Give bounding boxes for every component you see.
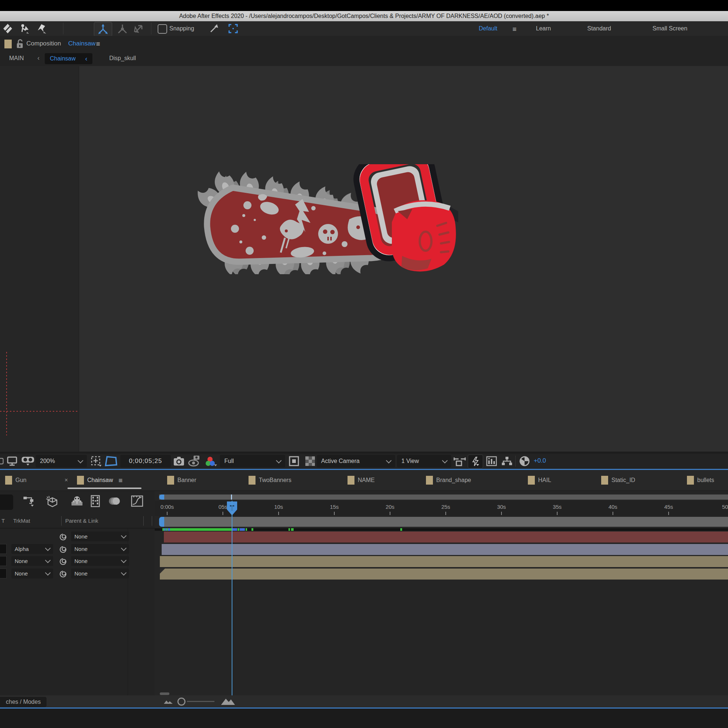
trkmat-dropdown[interactable]: None <box>11 556 53 566</box>
workspace-default[interactable]: Default <box>479 25 497 32</box>
work-area-start-handle[interactable] <box>159 517 164 527</box>
region-of-interest-icon[interactable] <box>103 455 119 467</box>
exposure-value[interactable]: +0.0 <box>534 457 546 465</box>
snapshot-icon[interactable] <box>172 456 185 466</box>
pick-whip-icon[interactable] <box>59 532 67 541</box>
snapping-checkbox[interactable] <box>158 24 167 34</box>
layer-bar[interactable] <box>160 556 728 567</box>
frame-blending-icon[interactable] <box>88 494 102 508</box>
column-divider[interactable] <box>61 516 61 526</box>
snap-bounds-icon[interactable] <box>226 23 240 34</box>
time-ruler[interactable]: 0:00s 05s 10s 15s 20s 25s 30s 35s 40s 45… <box>155 501 728 516</box>
column-divider[interactable] <box>152 516 152 526</box>
panel-menu-icon[interactable]: ≡ <box>96 40 100 47</box>
column-trkmat[interactable]: TrkMat <box>13 518 30 524</box>
layer-switch-box[interactable] <box>0 556 7 566</box>
layer-bar[interactable] <box>160 569 728 580</box>
comp-mini-flowchart-icon[interactable] <box>22 494 36 508</box>
parent-dropdown[interactable]: None <box>71 556 129 566</box>
ruler-label: 50 <box>722 504 728 510</box>
tab-hail[interactable]: HAIL <box>528 470 551 491</box>
composition-viewport[interactable] <box>0 66 728 452</box>
layer-switch-box[interactable] <box>0 544 7 554</box>
grid-guides-icon[interactable] <box>89 456 102 466</box>
pick-whip-icon[interactable] <box>59 570 67 578</box>
tab-twobanners[interactable]: TwoBanners <box>249 470 291 491</box>
zoom-out-icon[interactable] <box>164 699 173 704</box>
pick-whip-icon[interactable] <box>59 557 67 566</box>
puppet-pin-tool-button[interactable] <box>17 23 32 34</box>
column-t[interactable]: T <box>2 518 5 524</box>
show-snapshot-icon[interactable] <box>187 455 202 467</box>
zoom-in-icon[interactable] <box>221 697 236 705</box>
layer-bar[interactable] <box>162 544 728 555</box>
tab-gun[interactable]: Gun <box>5 470 26 491</box>
breadcrumb-root[interactable]: MAIN <box>9 55 24 61</box>
breadcrumb-current-box[interactable]: Chainsaw ‹ <box>45 53 92 64</box>
always-preview-icon[interactable] <box>6 456 18 466</box>
pixel-aspect-icon[interactable] <box>453 456 466 466</box>
snapping-label[interactable]: Snapping <box>169 25 194 32</box>
world-axis-mode-button[interactable] <box>115 22 130 36</box>
channel-show-icon[interactable] <box>205 456 218 466</box>
graph-editor-icon[interactable] <box>130 494 144 508</box>
workspace-menu-icon[interactable]: ≡ <box>512 26 517 33</box>
parent-dropdown[interactable]: None <box>71 544 129 554</box>
parent-dropdown[interactable]: None <box>71 532 129 541</box>
tab-menu-icon[interactable]: ≡ <box>118 477 122 484</box>
timeline-panel-icon[interactable] <box>485 456 498 466</box>
vr-view-icon[interactable] <box>20 456 36 466</box>
workspace-learn[interactable]: Learn <box>536 25 551 32</box>
fast-previews-button[interactable] <box>468 454 483 468</box>
exposure-icon[interactable] <box>518 456 531 466</box>
active-comp-name[interactable]: Chainsaw <box>68 40 96 47</box>
pin-tool-button[interactable] <box>34 23 49 34</box>
column-parent-link[interactable]: Parent & Link <box>65 518 98 524</box>
tab-static-id[interactable]: Static_ID <box>601 470 635 491</box>
tab-banner[interactable]: Banner <box>167 470 196 491</box>
switches-modes-button[interactable]: ches / Modes <box>0 697 47 707</box>
draft-3d-icon[interactable] <box>45 494 59 508</box>
timeline-nav-scrollbar[interactable] <box>159 494 728 500</box>
magnification-dropdown[interactable]: 200% <box>35 455 87 467</box>
view-axis-mode-button[interactable] <box>130 22 147 36</box>
tab-bullets[interactable]: bullets <box>687 470 714 491</box>
chevron-down-icon <box>386 457 392 463</box>
3d-view-dropdown[interactable]: Active Camera <box>317 455 395 467</box>
ruler-guide-horizontal[interactable] <box>0 411 79 411</box>
breadcrumb-current[interactable]: Chainsaw <box>50 55 75 62</box>
resolution-dropdown[interactable]: Full <box>220 455 285 467</box>
timeline-h-scrollbar[interactable] <box>160 693 169 695</box>
view-layout-dropdown[interactable]: 1 View <box>397 455 451 467</box>
breadcrumb-child[interactable]: Disp_skull <box>109 55 136 61</box>
work-area-bar[interactable] <box>164 517 728 527</box>
nav-start-handle[interactable] <box>159 494 164 500</box>
trkmat-dropdown[interactable]: Alpha <box>11 544 53 554</box>
layer-switch-box[interactable] <box>0 569 7 578</box>
tab-brand-shape[interactable]: Brand_shape <box>426 470 471 491</box>
comp-timecode-field[interactable] <box>0 494 13 510</box>
playhead-line[interactable] <box>232 501 232 695</box>
target-region-icon[interactable] <box>288 456 300 466</box>
timeline-zoom-slider-track[interactable] <box>187 701 214 702</box>
current-time-field[interactable]: 0;00;05;25 <box>120 455 171 467</box>
clipped-icon[interactable] <box>0 456 4 466</box>
workspace-standard[interactable]: Standard <box>587 25 611 32</box>
trkmat-dropdown[interactable]: None <box>11 569 53 578</box>
parent-dropdown[interactable]: None <box>71 569 129 578</box>
timeline-zoom-slider-knob[interactable] <box>177 697 185 706</box>
local-axis-mode-button[interactable] <box>94 22 112 37</box>
ruler-guide-vertical[interactable] <box>6 352 7 436</box>
transparency-grid-icon[interactable] <box>304 456 316 466</box>
layer-bar[interactable] <box>164 532 728 543</box>
motion-blur-icon[interactable] <box>107 494 121 508</box>
column-divider[interactable] <box>143 516 144 526</box>
unlock-icon[interactable] <box>15 39 24 49</box>
tab-name[interactable]: NAME <box>347 470 375 491</box>
comp-flowchart-icon[interactable] <box>501 456 513 466</box>
shy-layers-icon[interactable] <box>70 494 84 508</box>
pick-whip-icon[interactable] <box>59 545 67 554</box>
shape-tool-button[interactable] <box>1 23 15 34</box>
workspace-small-screen[interactable]: Small Screen <box>653 25 687 32</box>
snap-arrow-icon[interactable] <box>208 23 221 34</box>
